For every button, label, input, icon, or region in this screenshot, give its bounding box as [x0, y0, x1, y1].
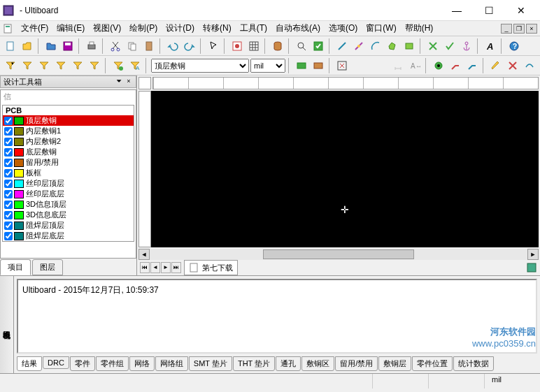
trace1-tool[interactable] — [448, 58, 463, 73]
find-button[interactable] — [294, 38, 309, 54]
layer-checkbox[interactable] — [4, 222, 13, 230]
mdi-close[interactable]: × — [526, 24, 537, 34]
bottom-tab[interactable]: 网络 — [129, 356, 155, 371]
layer-row[interactable]: 内层敷铜2 — [3, 136, 134, 147]
filter8[interactable]: A — [127, 58, 143, 73]
menu-file[interactable]: 文件(F) — [17, 21, 52, 36]
cross-tool[interactable] — [505, 58, 520, 73]
copy-button[interactable] — [125, 38, 140, 54]
panel-close-icon[interactable]: × — [125, 78, 133, 86]
dim1-tool[interactable] — [390, 58, 406, 73]
layer-row[interactable]: 丝印层底层 — [3, 189, 134, 199]
mdi-minimize[interactable]: _ — [501, 24, 512, 34]
arc-tool[interactable] — [368, 38, 383, 54]
menu-edit[interactable]: 编辑(E) — [52, 21, 89, 36]
layer-checkbox[interactable] — [4, 159, 13, 167]
menu-design[interactable]: 设计(D) — [162, 21, 199, 36]
db-button[interactable] — [270, 38, 285, 54]
grid-button[interactable] — [246, 38, 262, 54]
filter3[interactable] — [36, 58, 52, 73]
bottom-tab[interactable]: 零件位置 — [412, 356, 453, 371]
menu-tools[interactable]: 工具(T) — [236, 21, 271, 36]
menu-draw[interactable]: 绘制(P) — [125, 21, 162, 36]
bottom-tab[interactable]: 零件 — [70, 356, 95, 371]
filter4[interactable] — [53, 58, 69, 73]
layer-checkbox[interactable] — [4, 127, 13, 136]
unit-combo[interactable]: mil — [250, 59, 285, 73]
menu-view[interactable]: 视图(V) — [89, 21, 125, 36]
anchor-tool[interactable] — [459, 38, 474, 54]
tab-layers[interactable]: 图层 — [32, 259, 63, 275]
pcb-group-title[interactable]: PCB — [3, 106, 134, 115]
new-button[interactable] — [3, 38, 18, 54]
cut-button[interactable] — [108, 38, 123, 54]
menu-transfer[interactable]: 转移(N) — [199, 21, 236, 36]
board-color-tool[interactable] — [311, 58, 326, 73]
board-tool[interactable] — [294, 58, 309, 73]
text-tool[interactable]: A — [483, 38, 498, 54]
layer-checkbox[interactable] — [4, 117, 13, 125]
scroll-thumb[interactable] — [263, 249, 414, 259]
layer-checkbox[interactable] — [4, 232, 13, 240]
menu-window[interactable]: 窗口(W) — [362, 21, 400, 36]
pointer-button[interactable] — [206, 38, 221, 54]
scroll-left[interactable]: ◄ — [138, 249, 150, 260]
line-tool[interactable] — [334, 38, 350, 54]
trace2-tool[interactable] — [464, 58, 480, 73]
save-button[interactable] — [60, 38, 76, 54]
filter2[interactable] — [20, 58, 35, 73]
bottom-tab[interactable]: 网络组 — [155, 356, 188, 371]
tab-nav-last[interactable]: ⏭ — [171, 262, 181, 273]
check1-tool[interactable] — [425, 38, 441, 54]
tab-nav-first[interactable]: ⏮ — [140, 262, 150, 273]
bottom-tab[interactable]: DRC — [43, 356, 69, 369]
bottom-tab[interactable]: 通孔 — [276, 356, 301, 371]
rect-tool[interactable] — [402, 38, 417, 54]
menu-options[interactable]: 选项(O) — [325, 21, 362, 36]
layer-row[interactable]: 3D信息底层 — [3, 210, 134, 220]
paste-button[interactable] — [141, 38, 157, 54]
close-button[interactable]: ✕ — [505, 0, 537, 21]
check2-tool[interactable] — [442, 38, 457, 54]
bottom-tab[interactable]: THT 垫片 — [233, 356, 275, 371]
view1-button[interactable] — [229, 38, 245, 54]
pcb-canvas[interactable]: ✛ — [151, 91, 539, 247]
undo-button[interactable] — [165, 38, 180, 54]
layer-row[interactable]: 内层敷铜1 — [3, 126, 134, 136]
filter7[interactable] — [111, 58, 126, 73]
via-tool[interactable] — [431, 58, 446, 73]
layer-checkbox[interactable] — [4, 148, 13, 157]
layer-combo[interactable]: 顶层敷铜 — [151, 59, 249, 73]
panel-pin-icon[interactable]: ⏷ — [115, 78, 123, 86]
dim2-tool[interactable]: A↔ — [407, 58, 422, 73]
filter5[interactable] — [70, 58, 85, 73]
tree-root[interactable]: 信 — [1, 90, 136, 103]
bottom-tab[interactable]: 结果 — [17, 356, 42, 371]
help-button[interactable]: ? — [506, 38, 522, 54]
scroll-right[interactable]: ► — [527, 249, 539, 260]
open-button[interactable] — [20, 38, 35, 54]
pen-tool[interactable] — [488, 58, 504, 73]
mdi-restore[interactable]: ❐ — [513, 24, 525, 34]
layer-checkbox[interactable] — [4, 138, 13, 146]
bottom-tab[interactable]: 零件组 — [96, 356, 129, 371]
drc-button[interactable] — [311, 38, 326, 54]
poly-tool[interactable] — [385, 38, 400, 54]
layer-row[interactable]: 底层敷铜 — [3, 147, 134, 157]
filter1[interactable]: ▾ — [3, 58, 18, 73]
bottom-tab[interactable]: 敷铜区 — [301, 356, 334, 371]
menu-help[interactable]: 帮助(H) — [401, 21, 438, 36]
hscrollbar[interactable]: ◄ ► — [138, 249, 539, 260]
bottom-tab[interactable]: SMT 垫片 — [189, 356, 232, 371]
layer-row[interactable]: 3D信息顶层 — [3, 199, 134, 210]
layer-row[interactable]: 丝印层顶层 — [3, 178, 134, 189]
bottom-tab[interactable]: 敷铜层 — [378, 356, 411, 371]
layer-row[interactable]: 板框 — [3, 168, 134, 178]
layer-checkbox[interactable] — [4, 180, 13, 188]
path-tool[interactable] — [522, 58, 537, 73]
menu-autoroute[interactable]: 自动布线(A) — [271, 21, 325, 36]
tab-nav-prev[interactable]: ◄ — [150, 262, 160, 273]
zoom-ext-tool[interactable] — [334, 58, 350, 73]
layer-checkbox[interactable] — [4, 201, 13, 209]
doc-tab[interactable]: 第七下载 — [184, 260, 238, 275]
